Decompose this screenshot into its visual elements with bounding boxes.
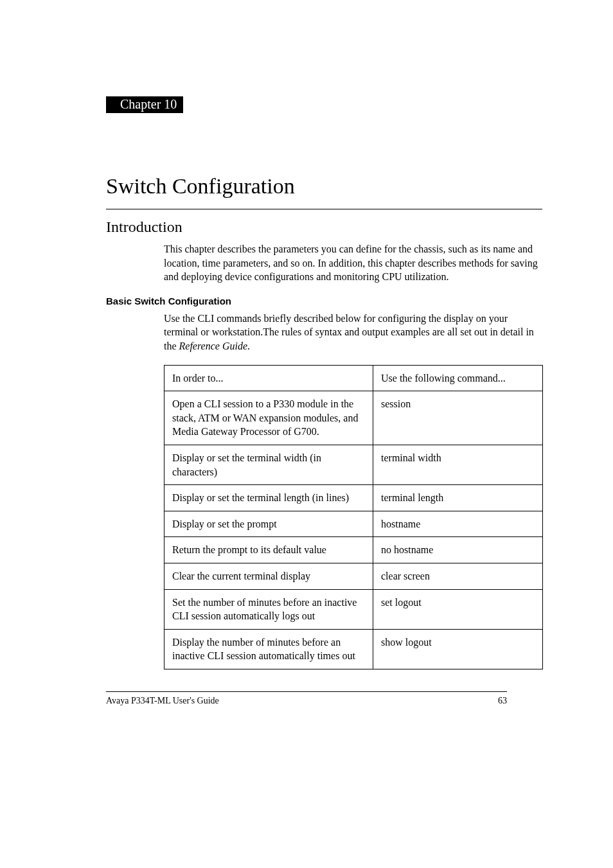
title-rule (106, 209, 542, 209)
table-cell-right: no hostname (373, 537, 543, 563)
table-cell-left: Clear the current terminal display (164, 563, 373, 589)
table-row: Set the number of minutes before an inac… (164, 589, 543, 629)
table-row: Open a CLI session to a P330 module in t… (164, 391, 543, 445)
table-cell-left: Return the prompt to its default value (164, 537, 373, 563)
table-cell-right: session (373, 391, 543, 445)
table-row: Display or set the prompt hostname (164, 511, 543, 537)
subheading-basic-switch-config: Basic Switch Configuration (106, 296, 542, 306)
chapter-number: Chapter 10 (115, 96, 183, 113)
table-header-row: In order to... Use the following command… (164, 365, 543, 391)
table-row: Return the prompt to its default value n… (164, 537, 543, 563)
table-cell-left: Display or set the terminal length (in l… (164, 485, 373, 511)
table-cell-left: Display the number of minutes before an … (164, 629, 373, 669)
intro-paragraph: This chapter describes the parameters yo… (164, 242, 542, 284)
table-row: Display the number of minutes before an … (164, 629, 543, 669)
table-row: Display or set the terminal length (in l… (164, 485, 543, 511)
page-title: Switch Configuration (106, 174, 542, 201)
table-cell-right: clear screen (373, 563, 543, 589)
table-cell-left: Display or set the prompt (164, 511, 373, 537)
table-cell-right: terminal width (373, 445, 543, 484)
sub-paragraph-em: Reference Guide (179, 341, 247, 351)
page-footer: Avaya P334T-ML User's Guide 63 (106, 691, 507, 706)
section-heading: Introduction (106, 218, 542, 236)
table-row: Display or set the terminal width (in ch… (164, 445, 543, 484)
sub-paragraph-post: . (247, 341, 250, 351)
table-cell-left: Set the number of minutes before an inac… (164, 589, 373, 629)
table-header-left: In order to... (164, 365, 373, 391)
table-row: Clear the current terminal display clear… (164, 563, 543, 589)
chapter-label-row: Chapter 10 (106, 96, 542, 113)
sub-paragraph: Use the CLI commands briefly described b… (164, 312, 542, 353)
chapter-lead-bar (106, 96, 115, 113)
table-cell-right: hostname (373, 511, 543, 537)
table-cell-right: show logout (373, 629, 543, 669)
table-cell-right: terminal length (373, 485, 543, 511)
table-cell-left: Open a CLI session to a P330 module in t… (164, 391, 373, 445)
footer-page-number: 63 (498, 696, 507, 706)
table-cell-left: Display or set the terminal width (in ch… (164, 445, 373, 484)
table-cell-right: set logout (373, 589, 543, 629)
command-table: In order to... Use the following command… (164, 365, 543, 669)
table-header-right: Use the following command... (373, 365, 543, 391)
footer-left: Avaya P334T-ML User's Guide (106, 696, 219, 706)
